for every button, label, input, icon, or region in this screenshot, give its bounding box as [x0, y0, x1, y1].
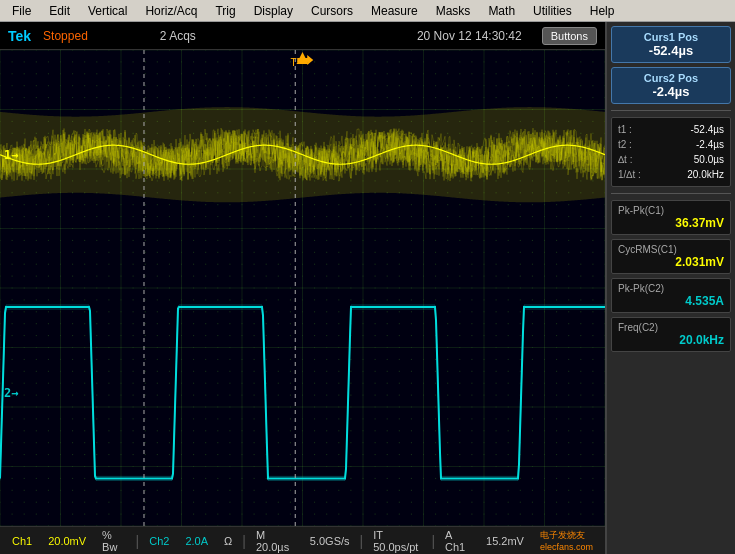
brand-label: Tek [8, 28, 31, 44]
ch1-extra: % Bw [96, 529, 131, 553]
menu-measure[interactable]: Measure [363, 2, 426, 20]
meas-pkpk-c2-label: Pk-Pk(C2) [618, 283, 724, 294]
cursor1-value: -52.4µs [618, 43, 724, 58]
meas-cycrms-c1-label: CycRMS(C1) [618, 244, 724, 255]
menu-math[interactable]: Math [480, 2, 523, 20]
oscilloscope-container: Tek Stopped 2 Acqs 20 Nov 12 14:30:42 Bu… [0, 22, 735, 554]
dt-val: 50.0µs [694, 152, 724, 167]
logo-text: 电子发烧友elecfans.com [534, 529, 599, 552]
ch2-extra: Ω [218, 535, 238, 547]
menu-horiz[interactable]: Horiz/Acq [137, 2, 205, 20]
meas-cycrms-c1-value: 2.031mV [618, 255, 724, 269]
acquisitions-label: 2 Acqs [160, 29, 196, 43]
meas-pkpk-c1: Pk-Pk(C1) 36.37mV [611, 200, 731, 235]
cursor2-label: Curs2 Pos [618, 72, 724, 84]
timing-box: t1 : -52.4µs t2 : -2.4µs ∆t : 50.0µs 1/∆… [611, 117, 731, 187]
datetime-label: 20 Nov 12 14:30:42 [417, 29, 522, 43]
record-label: IT 50.0ps/pt [367, 529, 427, 553]
menu-file[interactable]: File [4, 2, 39, 20]
time-label: M 20.0µs [250, 529, 300, 553]
menu-display[interactable]: Display [246, 2, 301, 20]
waveform-canvas [0, 50, 605, 526]
buttons-button[interactable]: Buttons [542, 27, 597, 45]
bottom-status-bar: Ch1 20.0mV % Bw | Ch2 2.0A Ω | M 20.0µs … [0, 526, 605, 554]
dt-key: ∆t : [618, 152, 632, 167]
meas-pkpk-c2-value: 4.535A [618, 294, 724, 308]
ch2-value: 2.0A [179, 535, 214, 547]
sample-rate: 5.0GS/s [304, 535, 356, 547]
cursor2-value: -2.4µs [618, 84, 724, 99]
t1-key: t1 : [618, 122, 632, 137]
cursor2-box: Curs2 Pos -2.4µs [611, 67, 731, 104]
trigger-level: 15.2mV [480, 535, 530, 547]
ch2-label: Ch2 [143, 535, 175, 547]
divider1 [611, 110, 731, 111]
menu-help[interactable]: Help [582, 2, 623, 20]
cursor1-box: Curs1 Pos -52.4µs [611, 26, 731, 63]
meas-freq-c2-value: 20.0kHz [618, 333, 724, 347]
divider2 [611, 193, 731, 194]
meas-cycrms-c1: CycRMS(C1) 2.031mV [611, 239, 731, 274]
menu-vertical[interactable]: Vertical [80, 2, 135, 20]
meas-freq-c2: Freq(C2) 20.0kHz [611, 317, 731, 352]
cursor1-label: Curs1 Pos [618, 31, 724, 43]
ch-trigger: A Ch1 [439, 529, 476, 553]
menu-masks[interactable]: Masks [428, 2, 479, 20]
menu-trig[interactable]: Trig [207, 2, 243, 20]
meas-pkpk-c2: Pk-Pk(C2) 4.535A [611, 278, 731, 313]
inv-dt-val: 20.0kHz [687, 167, 724, 182]
ch1-label: Ch1 [6, 535, 38, 547]
waveform-display [0, 50, 605, 526]
status-bar: Tek Stopped 2 Acqs 20 Nov 12 14:30:42 Bu… [0, 22, 605, 50]
t2-val: -2.4µs [696, 137, 724, 152]
menu-bar: File Edit Vertical Horiz/Acq Trig Displa… [0, 0, 735, 22]
meas-pkpk-c1-value: 36.37mV [618, 216, 724, 230]
menu-cursors[interactable]: Cursors [303, 2, 361, 20]
t1-val: -52.4µs [690, 122, 724, 137]
menu-edit[interactable]: Edit [41, 2, 78, 20]
meas-pkpk-c1-label: Pk-Pk(C1) [618, 205, 724, 216]
meas-freq-c2-label: Freq(C2) [618, 322, 724, 333]
state-label: Stopped [43, 29, 88, 43]
inv-dt-key: 1/∆t : [618, 167, 641, 182]
display-area: Tek Stopped 2 Acqs 20 Nov 12 14:30:42 Bu… [0, 22, 605, 554]
right-panel: Curs1 Pos -52.4µs Curs2 Pos -2.4µs t1 : … [605, 22, 735, 554]
menu-utilities[interactable]: Utilities [525, 2, 580, 20]
t2-key: t2 : [618, 137, 632, 152]
ch1-value: 20.0mV [42, 535, 92, 547]
